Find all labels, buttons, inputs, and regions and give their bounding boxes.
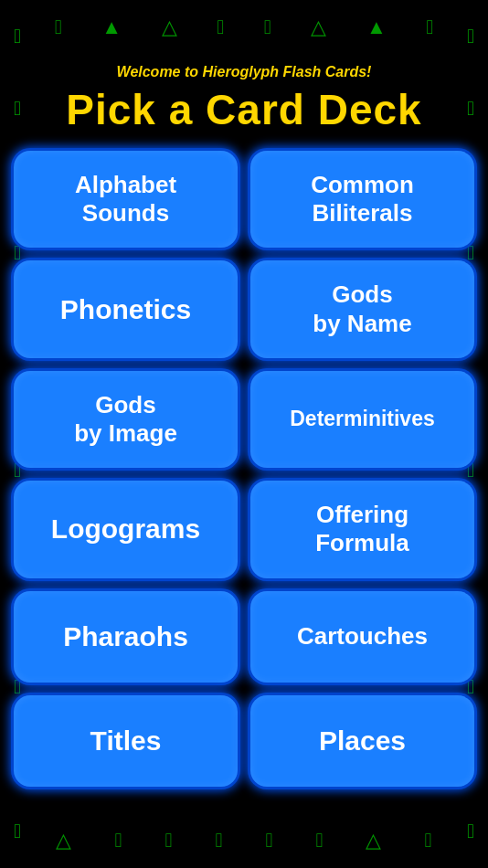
- bottom-decoration: △ 𓆷 𓅐 𓃭 𓅬 𓆤 △ 𓊖: [35, 813, 453, 868]
- gods-by-image-button[interactable]: Godsby Image: [14, 371, 238, 468]
- offering-formula-button[interactable]: OfferingFormula: [250, 481, 474, 577]
- logograms-label: Logograms: [51, 513, 200, 545]
- common-biliterals-button[interactable]: CommonBiliterals: [250, 151, 474, 248]
- welcome-text: Welcome to Hieroglyph Flash Cards!: [117, 64, 372, 80]
- titles-button[interactable]: Titles: [14, 695, 238, 787]
- deco-sym: 𓆤: [315, 829, 323, 852]
- offering-formula-label: OfferingFormula: [315, 501, 409, 557]
- deco-sym: △: [56, 829, 71, 852]
- deco-sym: 𓏙: [467, 820, 474, 843]
- common-biliterals-label: CommonBiliterals: [311, 171, 414, 228]
- titles-label: Titles: [90, 725, 162, 757]
- page-title: Pick a Card Deck: [66, 85, 421, 134]
- gods-by-name-button[interactable]: Godsby Name: [250, 260, 474, 357]
- determinitives-label: Determinitives: [290, 407, 435, 432]
- deco-sym: 𓆑: [14, 820, 21, 843]
- deco-sym: 𓊖: [424, 829, 431, 852]
- alphabet-sounds-button[interactable]: AlphabetSounds: [14, 151, 238, 248]
- deco-sym: 𓅐: [164, 829, 172, 852]
- card-deck-grid: AlphabetSounds CommonBiliterals Phonetic…: [14, 151, 474, 787]
- places-label: Places: [319, 725, 406, 757]
- phonetics-label: Phonetics: [60, 293, 191, 326]
- alphabet-sounds-label: AlphabetSounds: [75, 171, 176, 228]
- logograms-button[interactable]: Logograms: [14, 481, 238, 577]
- determinitives-button[interactable]: Determinitives: [250, 371, 474, 468]
- gods-by-image-label: Godsby Image: [74, 391, 177, 448]
- cartouches-button[interactable]: Cartouches: [250, 591, 474, 683]
- pharaohs-button[interactable]: Pharaohs: [14, 591, 238, 683]
- deco-sym: 𓆷: [114, 829, 122, 852]
- places-button[interactable]: Places: [250, 695, 474, 787]
- deco-sym: 𓃭: [215, 829, 222, 852]
- deco-sym: 𓅬: [265, 829, 272, 852]
- phonetics-button[interactable]: Phonetics: [14, 260, 238, 357]
- pharaohs-label: Pharaohs: [63, 620, 188, 653]
- cartouches-label: Cartouches: [297, 622, 428, 651]
- deco-sym: △: [366, 829, 381, 852]
- gods-by-name-label: Godsby Name: [313, 281, 411, 337]
